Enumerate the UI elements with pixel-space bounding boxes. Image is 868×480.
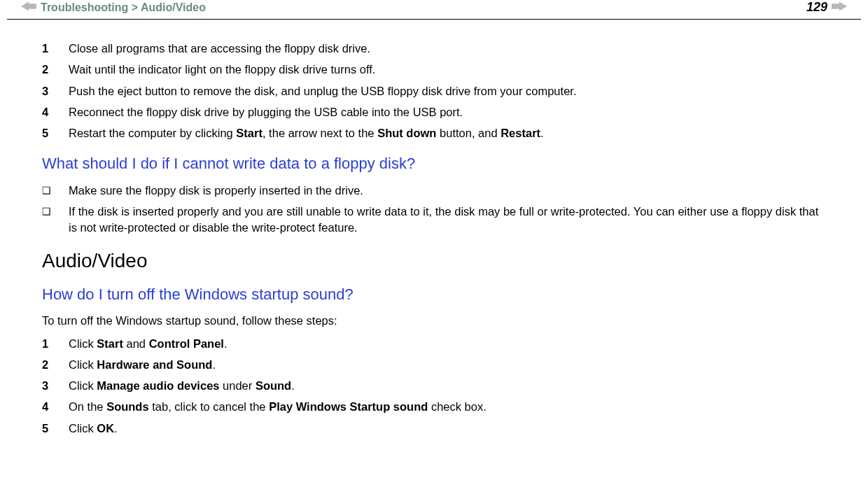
list-item: 1Click Start and Control Panel.: [42, 336, 826, 351]
question-heading-floppy-write: What should I do if I cannot write data …: [42, 153, 826, 174]
numbered-steps-startup-sound: 1Click Start and Control Panel.2Click Ha…: [42, 336, 826, 436]
list-item: 4On the Sounds tab, click to cancel the …: [42, 399, 826, 414]
list-item: 4Reconnect the floppy disk drive by plug…: [42, 104, 826, 120]
step-text: Push the eject button to remove the disk…: [69, 83, 826, 99]
list-item: 2Click Hardware and Sound.: [42, 357, 826, 372]
breadcrumb: Troubleshooting > Audio/Video: [41, 1, 206, 14]
step-number: 2: [42, 62, 69, 77]
step-number: 4: [42, 104, 69, 120]
step-number: 3: [42, 378, 69, 393]
step-text: Click Start and Control Panel.: [69, 336, 826, 351]
step-number: 3: [42, 83, 69, 99]
intro-text-startup-sound: To turn off the Windows startup sound, f…: [42, 313, 826, 328]
step-text: Close all programs that are accessing th…: [69, 41, 826, 56]
list-item: 3Click Manage audio devices under Sound.: [42, 378, 826, 393]
prev-arrow-icon: [21, 1, 36, 14]
list-item: 1Close all programs that are accessing t…: [42, 41, 826, 56]
step-text: On the Sounds tab, click to cancel the P…: [69, 399, 826, 414]
page-header: Troubleshooting > Audio/Video 129: [7, 0, 861, 20]
svg-marker-1: [832, 1, 847, 10]
svg-marker-0: [21, 2, 36, 11]
step-text: Click OK.: [69, 421, 826, 436]
list-item: ❑If the disk is inserted properly and yo…: [42, 204, 826, 235]
question-heading-startup-sound: How do I turn off the Windows startup so…: [42, 284, 826, 305]
bullet-text: Make sure the floppy disk is properly in…: [69, 183, 826, 198]
bullet-icon: ❑: [42, 183, 69, 198]
step-text: Reconnect the floppy disk drive by plugg…: [69, 104, 826, 120]
list-item: ❑Make sure the floppy disk is properly i…: [42, 183, 826, 198]
step-number: 5: [42, 421, 69, 436]
prev-page-link[interactable]: Troubleshooting > Audio/Video: [21, 1, 206, 14]
next-arrow-icon: [832, 1, 847, 13]
bullet-list-floppy-write: ❑Make sure the floppy disk is properly i…: [42, 183, 826, 235]
next-page-link[interactable]: [832, 1, 847, 14]
step-text: Click Hardware and Sound.: [69, 357, 826, 372]
step-text: Restart the computer by clicking Start, …: [69, 125, 826, 141]
step-number: 4: [42, 399, 69, 414]
page-content: 1Close all programs that are accessing t…: [0, 20, 868, 436]
page-number: 129: [806, 0, 827, 15]
step-number: 5: [42, 125, 69, 141]
bullet-icon: ❑: [42, 204, 69, 235]
list-item: 2Wait until the indicator light on the f…: [42, 62, 826, 77]
numbered-steps-floppy-remove: 1Close all programs that are accessing t…: [42, 41, 826, 141]
section-title-audio-video: Audio/Video: [42, 248, 826, 274]
step-number: 2: [42, 357, 69, 372]
list-item: 5Restart the computer by clicking Start,…: [42, 125, 826, 141]
step-number: 1: [42, 336, 69, 351]
list-item: 3Push the eject button to remove the dis…: [42, 83, 826, 99]
list-item: 5Click OK.: [42, 421, 826, 436]
step-text: Click Manage audio devices under Sound.: [69, 378, 826, 393]
step-text: Wait until the indicator light on the fl…: [69, 62, 826, 77]
bullet-text: If the disk is inserted properly and you…: [69, 204, 826, 235]
step-number: 1: [42, 41, 69, 56]
